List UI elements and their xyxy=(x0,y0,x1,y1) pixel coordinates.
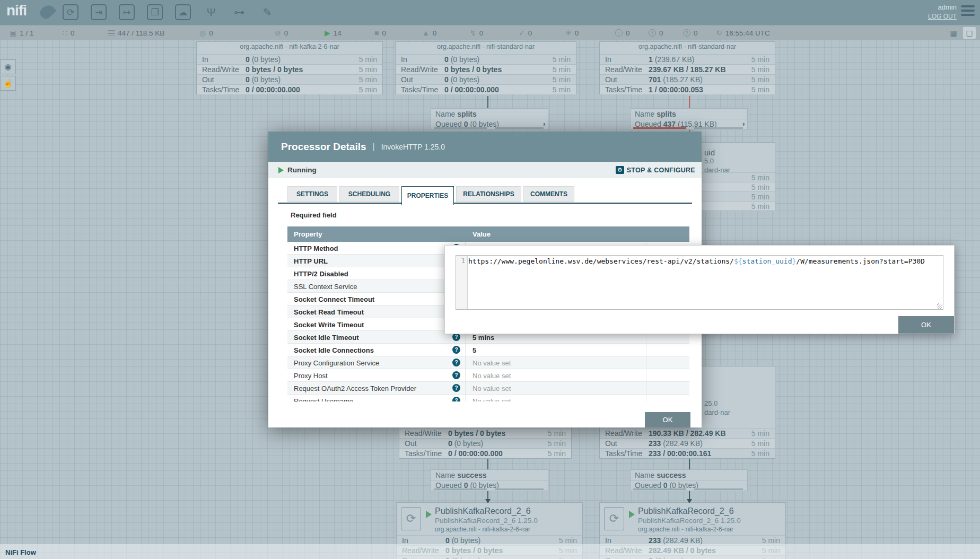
property-value-cell[interactable]: No value set xyxy=(466,395,646,401)
stat-window: 5 min xyxy=(751,65,769,74)
global-menu-icon[interactable] xyxy=(961,5,975,18)
label-component-icon[interactable]: ✎ xyxy=(259,4,275,20)
breadcrumb[interactable]: NiFi Flow xyxy=(5,548,36,556)
dialog-ok-button[interactable]: OK xyxy=(645,412,690,427)
processor-component-icon[interactable]: ⟳ xyxy=(63,4,78,20)
status-version-up-to-date: ✓0 xyxy=(519,25,532,40)
tab-properties[interactable]: PROPERTIES xyxy=(401,186,454,205)
value-editor-popup: 1 https://www.pegelonline.wsv.de/webserv… xyxy=(444,245,955,334)
property-name-cell: Socket Write Timeout? xyxy=(287,318,466,331)
connection-label-success[interactable]: Name successQueued 0 (0 bytes) xyxy=(630,469,748,491)
template-component-icon[interactable]: ⊶ xyxy=(231,4,247,20)
processor-stats-row: Read/Write190.33 KB / 282.49 KB5 min xyxy=(600,428,775,438)
property-extra-cell xyxy=(646,356,689,369)
stat-window: 5 min xyxy=(751,85,769,94)
navigate-panel-button[interactable]: ◉ xyxy=(0,59,16,74)
remote-process-group-component-icon[interactable]: ☁ xyxy=(175,4,191,20)
value-editor-field[interactable]: 1 https://www.pegelonline.wsv.de/webserv… xyxy=(456,255,943,310)
name-label: Name xyxy=(635,471,657,479)
processor-upper-middle[interactable]: org.apache.nifi - nifi-standard-narIn0 (… xyxy=(395,41,576,94)
property-extra-cell xyxy=(646,369,689,382)
refresh-icon: ↻ xyxy=(716,29,722,37)
birdseye-icon[interactable]: ▦ xyxy=(947,27,960,39)
connection-line xyxy=(689,491,690,499)
logout-link[interactable]: LOG OUT xyxy=(928,13,957,20)
connection-label-splits[interactable]: Name splitsQueued 437 (115.91 KB)◑ xyxy=(630,108,748,130)
processor-stats-row: Out233 (282.49 KB)5 min xyxy=(600,438,775,448)
processor-type-icon: ⟳ xyxy=(604,507,624,530)
stat-value: (185.27 KB) xyxy=(661,75,703,84)
process-group-component-icon[interactable]: ❐ xyxy=(147,4,163,20)
bulletin-board-icon[interactable]: ▢ xyxy=(963,27,976,39)
stat-value-bold: 0 xyxy=(246,75,250,84)
processor-stats-row: Tasks/Time0 / 00:00:00.0005 min xyxy=(396,84,576,94)
help-icon[interactable]: ? xyxy=(452,397,460,401)
output-port-component-icon[interactable]: ↦ xyxy=(119,4,135,20)
connection-label-splits[interactable]: Name splitsQueued 0 (0 bytes)◑ xyxy=(431,108,548,130)
tab-comments[interactable]: COMMENTS xyxy=(523,186,574,202)
tab-scheduling[interactable]: SCHEDULING xyxy=(339,186,399,202)
stat-label: Read/Write xyxy=(605,65,649,74)
status-version-sync-failure: !0 xyxy=(649,25,663,40)
stat-window: 5 min xyxy=(553,75,571,84)
property-value-cell[interactable]: No value set xyxy=(466,369,646,382)
connection-line xyxy=(689,459,690,470)
tab-relationships[interactable]: RELATIONSHIPS xyxy=(456,186,521,202)
stat-label: Tasks/Time xyxy=(605,449,649,458)
run-status-icon xyxy=(629,511,635,518)
processor-type-icon: ⟳ xyxy=(401,507,421,530)
processor-bundle: org.apache.nifi - nifi-standard-nar xyxy=(396,43,576,50)
status-clustered-nodes-count: 1 / 1 xyxy=(20,29,33,37)
status-transmitting: ◎0 xyxy=(199,25,213,40)
tab-settings[interactable]: SETTINGS xyxy=(287,186,337,202)
input-port-component-icon[interactable]: ⇥ xyxy=(91,4,107,20)
connection-line xyxy=(487,459,488,470)
clipped-text-fragment: 25.0 xyxy=(704,399,718,407)
processor-stats-row: In0 (0 bytes)5 min xyxy=(197,54,382,64)
help-icon[interactable]: ? xyxy=(452,333,460,341)
stat-value: (0 bytes) xyxy=(449,75,479,84)
help-icon[interactable]: ? xyxy=(452,346,460,354)
arrowhead-icon xyxy=(485,499,491,503)
version-stale-icon: ↑ xyxy=(615,29,623,37)
status-clustered-nodes: ▣1 / 1 xyxy=(10,25,34,40)
processor-stats-row: Read/Write0 bytes / 0 bytes5 min xyxy=(396,64,576,74)
status-version-unversioned: ?0 xyxy=(683,25,698,40)
run-status-icon xyxy=(426,511,432,518)
last-refreshed[interactable]: ↻16:55:44 UTC xyxy=(716,25,770,40)
connection-label-success[interactable]: Name successQueued 0 (0 bytes) xyxy=(431,469,548,491)
processor-upper-left[interactable]: org.apache.nifi - nifi-kafka-2-6-narIn0 … xyxy=(196,41,383,94)
property-value-cell[interactable]: 5 xyxy=(466,344,646,356)
stat-label: Tasks/Time xyxy=(605,85,649,94)
stat-value-bold: 0 bytes / 0 bytes xyxy=(444,65,502,74)
stat-value: (239.67 KB) xyxy=(653,55,695,64)
resize-handle-icon[interactable] xyxy=(937,303,942,309)
url-text-suffix: /W/measurements.json?start=P30D xyxy=(796,257,925,265)
stat-value-bold: 239.67 KB / 185.27 KB xyxy=(649,65,726,74)
property-value-cell[interactable]: No value set xyxy=(466,382,646,395)
processor-upper-right[interactable]: org.apache.nifi - nifi-standard-narIn1 (… xyxy=(599,41,775,94)
property-value-cell[interactable]: No value set xyxy=(466,356,646,369)
funnel-component-icon[interactable]: Ψ xyxy=(203,4,219,20)
disabled-icon: ↯ xyxy=(470,29,476,37)
name-label: Name xyxy=(435,110,457,118)
help-icon[interactable]: ? xyxy=(452,359,460,366)
stat-value-bold: 0 xyxy=(445,536,450,545)
help-icon[interactable]: ? xyxy=(452,371,460,379)
processor-stats-row: Out0 (0 bytes)5 min xyxy=(197,74,382,84)
processor-stats-row: Tasks/Time0 / 00:00:00.0005 min xyxy=(197,84,382,94)
processor-stats-row: Out701 (185.27 KB)5 min xyxy=(600,74,775,84)
stat-value: (0 bytes) xyxy=(450,536,480,545)
stop-and-configure-button[interactable]: ⚙ STOP & CONFIGURE xyxy=(616,166,695,174)
help-icon[interactable]: ? xyxy=(452,384,460,392)
stat-label: Tasks/Time xyxy=(202,85,246,94)
processor-name: PublishKafkaRecord_2_6 xyxy=(435,506,531,516)
stat-window: 5 min xyxy=(751,202,769,211)
processor-stats-row: Tasks/Time1 / 00:00:00.0535 min xyxy=(600,84,775,94)
editor-ok-button[interactable]: OK xyxy=(898,316,954,334)
operate-panel-button[interactable]: ☝ xyxy=(0,76,16,91)
status-version-sync-failure-count: 0 xyxy=(659,29,663,37)
status-bar: ▣1 / 1∷0447 / 118.5 KB◎0⊘0▶14■0▲0↯0✓0✳0↑… xyxy=(0,25,980,40)
stat-label: Read/Write xyxy=(605,429,649,438)
stat-value-bold: 0 xyxy=(448,439,452,448)
